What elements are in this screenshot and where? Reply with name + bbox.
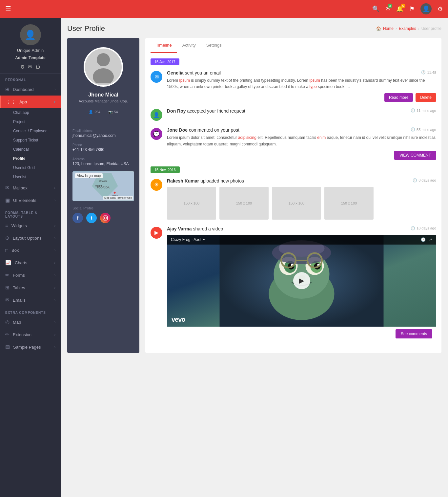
tab-activity[interactable]: Activity [177,38,201,53]
sidebar-item-extension[interactable]: ✏ Extension › [0,328,61,341]
search-icon[interactable]: 🔍 [372,5,379,12]
breadcrumb-sep1: › [396,26,397,31]
sidebar-item-label: Charts [15,260,54,265]
email-entry-icon: ✉ [151,71,162,83]
breadcrumb-home-icon: 🏠 [376,26,381,31]
map-view-larger[interactable]: View larger map [75,173,103,178]
breadcrumb-examples[interactable]: Examples [399,26,416,31]
chevron-down-icon: ▾ [54,100,55,104]
chevron-right-icon: › [54,273,55,277]
sample-pages-icon: ▤ [5,344,10,350]
sidebar-subitem-calendar[interactable]: Calendar [0,145,61,154]
map-icon: ◎ [5,319,10,325]
instagram-button[interactable] [100,213,111,223]
brand-power-icon[interactable]: ⏻ [35,64,40,70]
clock-icon: 🕐 [411,108,415,113]
sidebar-item-widgets[interactable]: ≡ Widgets › [0,220,61,232]
profile-address-section: Address 123, Lorem Ipsum, Florida, USA [67,153,139,167]
ipsum-link[interactable]: Ipsum [309,78,320,83]
timeline-entry-friend: 👤 Don Roy accepted your friend request 🕐… [151,108,436,121]
bell-icon[interactable]: 🔔 5 [396,5,403,12]
video-entry-title: Ajay Varma shared a video [167,226,223,231]
app-icon: ⋮⋮ [6,99,16,105]
profile-role: Accoubts Manager Jindal Cop. [67,99,139,107]
sidebar-item-ui-elements[interactable]: ▣ UI Elements › [0,194,61,206]
photos-entry-header: Rakesh Kumar uploaded new photos 🕐 8 day… [167,178,436,184]
email-badge: 3 [388,4,392,8]
sidebar-subitem-userlist-grid[interactable]: Userlist Grid [0,163,61,172]
main-content: User Profile 🏠 Home › Examples › User pr… [61,18,448,359]
sidebar-item-emails[interactable]: ✉ Emails › [0,294,61,306]
sidebar-item-forms[interactable]: ✏ Forms › [0,269,61,281]
type-link[interactable]: type [309,84,317,89]
sidebar-item-dashboard[interactable]: ⊞ Dashboard › [0,83,61,96]
photo-thumb-1[interactable]: 150 x 100 [167,187,216,220]
page-title: User Profile [67,24,105,33]
tab-settings[interactable]: Settings [201,38,227,53]
following-count: 54 [114,110,118,114]
sidebar-item-layout-options[interactable]: ⊙ Layout Options › [0,232,61,244]
video-entry-action: shared a video [193,226,223,231]
photo-thumb-2[interactable]: 150 x 100 [219,187,269,220]
chevron-right-icon: › [54,261,55,265]
chevron-right-icon: › [54,248,55,252]
video-clock-icon[interactable]: 🕐 [421,237,426,242]
widgets-icon: ≡ [5,223,8,228]
settings-icon[interactable]: ⚙ [438,5,443,12]
delete-button[interactable]: Delete [416,93,436,102]
chevron-right-icon: › [54,186,55,190]
social-icons: f t [72,213,134,223]
clock-icon: 🕐 [411,226,415,230]
twitter-button[interactable]: t [86,213,97,223]
sidebar-subitem-contact[interactable]: Contact / Employee [0,126,61,136]
view-comment-button[interactable]: VIEW COMMENT [394,151,436,160]
brand-settings-icon[interactable]: ⚙ [20,64,25,70]
extension-icon: ✏ [5,332,10,337]
chevron-right-icon: › [54,345,55,349]
friend-entry-content: Don Roy accepted your friend request 🕐 1… [167,108,436,121]
sidebar-item-sample-pages[interactable]: ▤ Sample Pages › [0,341,61,353]
breadcrumb-home[interactable]: Home [383,26,394,31]
friend-entry-actor: Don Roy [167,108,186,114]
sidebar-item-label: Map [13,320,54,325]
video-share-icon[interactable]: ↗ [429,237,432,242]
sidebar-item-mailbox[interactable]: ✉ Mailbox › [0,182,61,194]
lorem-link[interactable]: Ipsum [179,78,190,83]
svg-text:Orlando: Orlando [99,180,108,182]
flag-icon[interactable]: ⚑ [409,5,415,12]
profile-card: Jhone Mical Accoubts Manager Jindal Cop.… [67,38,139,353]
video-play-button[interactable]: ▶ [293,272,310,289]
sidebar-subitem-support[interactable]: Support Ticket [0,136,61,145]
photo-thumb-3[interactable]: 150 x 100 [272,187,321,220]
chevron-right-icon: › [54,286,55,290]
video-entry-time: 🕐 18 days ago [411,226,436,230]
timeline-entry-comment: 💬 Jone Doe commented on your post 🕐 55 m… [151,127,436,160]
photo-thumb-4[interactable]: 150 x 100 [324,187,374,220]
sidebar-subitem-project[interactable]: Project [0,117,61,126]
brand-email-icon[interactable]: ✉ [28,64,32,70]
sidebar-item-charts[interactable]: 📈 Charts › [0,256,61,269]
layout: 👤 Unique Admin Admin Template ⚙ ✉ ⏻ PERS… [0,18,448,359]
enim-link[interactable]: enim [317,135,326,140]
sidebar-subitem-profile[interactable]: Profile [0,154,61,163]
chevron-right-icon: › [54,298,55,302]
read-more-button[interactable]: Read more [384,93,413,102]
email-icon[interactable]: ✉ 3 [385,5,390,12]
facebook-button[interactable]: f [72,213,83,223]
section-personal: PERSONAL [0,74,61,83]
sidebar-item-app[interactable]: ⋮⋮ App ▾ [0,96,61,108]
tab-timeline[interactable]: Timeline [151,38,177,53]
menu-icon[interactable]: ☰ [5,5,11,13]
sidebar-subitem-userlist[interactable]: Userlist [0,172,61,182]
sidebar-avatar: 👤 [20,24,41,45]
comment-entry-title: Jone Doe commented on your post [167,127,239,133]
adipisicing-link[interactable]: adipisicing [238,135,256,140]
sidebar-item-map[interactable]: ◎ Map › [0,316,61,328]
see-comments-button[interactable]: See comments [396,329,432,338]
profile-divider [72,121,134,121]
sidebar-item-box[interactable]: □ Box › [0,244,61,256]
sidebar-subitem-chat[interactable]: Chat app [0,108,61,117]
user-avatar[interactable]: 👤 [420,3,432,14]
video-thumbnail[interactable]: ▶ vevo [167,235,436,327]
sidebar-item-tables[interactable]: ⊞ Tables › [0,281,61,294]
